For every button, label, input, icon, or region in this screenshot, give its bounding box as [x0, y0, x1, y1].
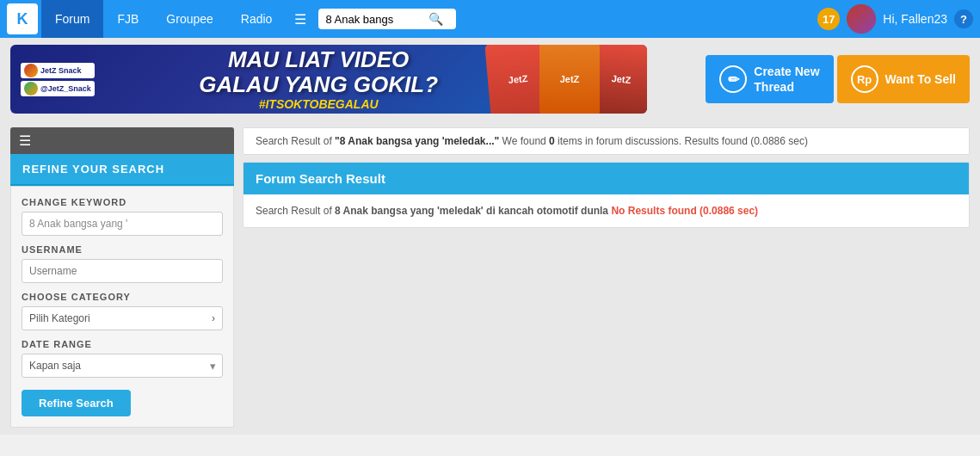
banner-section: JetZ Snack @JetZ_Snack MAU LIAT VIDEO GA… — [0, 38, 980, 120]
search-icon[interactable]: 🔍 — [428, 12, 443, 26]
result-items-text: items in forum discussions. Results foun… — [558, 135, 808, 147]
tab-fjb[interactable]: FJB — [103, 0, 152, 38]
notification-badge[interactable]: 17 — [817, 8, 840, 30]
date-label: DATE RANGE — [22, 339, 223, 349]
banner-headline2: GALAU YANG GOKIL? — [114, 72, 524, 97]
list-toggle[interactable]: ☰ — [10, 127, 234, 154]
action-buttons: ✏ Create NewThread Rp Want To Sell — [706, 55, 970, 103]
main-content: ☰ REFINE YOUR SEARCH CHANGE KEYWORD USER… — [0, 120, 980, 434]
brand-handle: @JetZ_Snack — [40, 84, 91, 93]
logo[interactable]: K — [7, 3, 38, 34]
rp-icon: Rp — [851, 65, 878, 93]
banner-text: MAU LIAT VIDEO GALAU YANG GOKIL? #ITSOKT… — [105, 47, 533, 110]
search-bar: 🔍 — [318, 9, 456, 29]
result-prefix: Search Result of — [256, 135, 335, 147]
date-select-wrapper: Kapan saja Today This Week This Month — [22, 354, 223, 378]
result-body-query: 8 Anak bangsa yang 'meledak' di kancah o… — [335, 205, 608, 217]
tab-radio[interactable]: Radio — [227, 0, 287, 38]
username-label: USERNAME — [22, 244, 223, 255]
sidebar-body: CHANGE KEYWORD USERNAME CHOOSE CATEGORY … — [10, 186, 234, 428]
date-select[interactable]: Kapan saja Today This Week This Month — [22, 354, 223, 378]
banner-left: JetZ Snack @JetZ_Snack — [10, 56, 105, 103]
want-to-sell-label: Want To Sell — [885, 72, 956, 86]
navbar: K Forum FJB Groupee Radio ☰ 🔍 17 Hi, Fal… — [0, 0, 980, 38]
tab-groupee[interactable]: Groupee — [152, 0, 226, 38]
keyword-input[interactable] — [22, 212, 223, 236]
category-select[interactable]: Pilih Kategori › — [22, 306, 223, 330]
category-value: Pilih Kategori — [29, 312, 90, 324]
banner-headline1: MAU LIAT VIDEO — [114, 47, 524, 72]
banner-chips: JetZ JetZ JetZ — [475, 45, 647, 114]
result-query: "8 Anak bangsa yang 'meledak..." — [335, 135, 499, 147]
search-result-bar: Search Result of "8 Anak bangsa yang 'me… — [243, 127, 970, 155]
want-to-sell-button[interactable]: Rp Want To Sell — [837, 55, 970, 103]
chevron-right-icon: › — [212, 312, 215, 324]
username-input[interactable] — [22, 259, 223, 283]
user-greeting: Hi, Fallen23 — [883, 12, 947, 26]
banner-ad[interactable]: JetZ Snack @JetZ_Snack MAU LIAT VIDEO GA… — [10, 45, 647, 114]
help-icon[interactable]: ? — [954, 9, 973, 28]
search-input[interactable] — [325, 13, 428, 26]
category-label: CHOOSE CATEGORY — [22, 292, 223, 302]
result-body-prefix: Search Result of — [256, 205, 335, 217]
change-keyword-label: CHANGE KEYWORD — [22, 197, 223, 207]
forum-result-body: Search Result of 8 Anak bangsa yang 'mel… — [243, 194, 969, 227]
banner-hashtag: #ITSOKTOBEGALAU — [114, 97, 524, 111]
forum-result-box: Forum Search Result Search Result of 8 A… — [243, 162, 970, 228]
refine-header: REFINE YOUR SEARCH — [10, 154, 234, 186]
refine-search-button[interactable]: Refine Search — [22, 390, 131, 416]
menu-icon[interactable]: ☰ — [286, 0, 315, 38]
create-thread-button[interactable]: ✏ Create NewThread — [706, 55, 833, 103]
nav-right: 17 Hi, Fallen23 ? — [817, 4, 973, 34]
forum-result-header: Forum Search Result — [243, 163, 969, 194]
result-found-text: We found — [502, 135, 549, 147]
brand-name1: JetZ Snack — [40, 66, 82, 75]
avatar[interactable] — [847, 4, 876, 34]
main-panel: Search Result of "8 Anak bangsa yang 'me… — [243, 127, 970, 428]
list-icon: ☰ — [19, 132, 31, 149]
create-thread-label: Create NewThread — [754, 64, 819, 95]
sidebar: ☰ REFINE YOUR SEARCH CHANGE KEYWORD USER… — [10, 127, 234, 428]
tab-forum[interactable]: Forum — [41, 0, 103, 38]
result-count: 0 — [549, 135, 555, 147]
no-results-text: No Results found (0.0886 sec) — [611, 205, 758, 217]
pencil-icon: ✏ — [719, 65, 747, 93]
